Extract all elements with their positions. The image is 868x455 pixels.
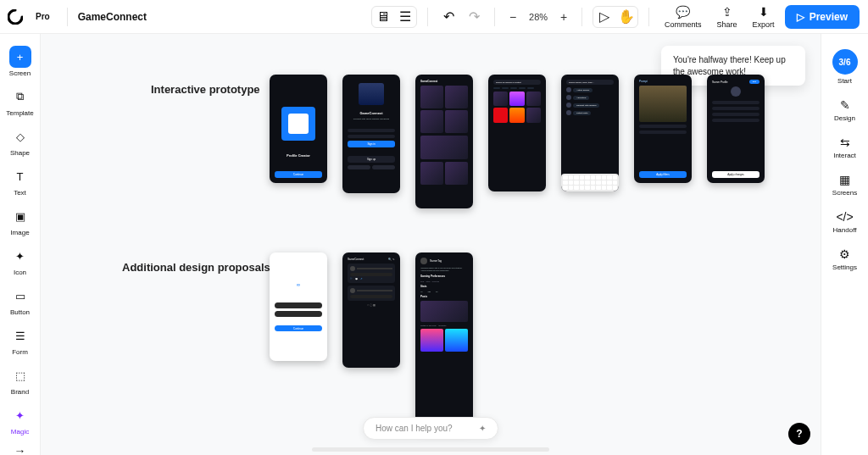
zoom-out-button[interactable]: −: [505, 9, 520, 25]
screen-subtitle: Connect with fellow gamers worldwide: [348, 118, 395, 120]
tool-screen[interactable]: +Screen: [9, 46, 31, 77]
plus-icon: +: [9, 46, 31, 68]
rail-handoff[interactable]: </>Handoff: [833, 210, 857, 234]
tool-magic[interactable]: ✦Magic: [9, 404, 31, 436]
comments-label: Comments: [665, 20, 702, 29]
rail-label: Screens: [832, 189, 857, 197]
sparkle-icon: ✦: [479, 424, 486, 433]
divider: [494, 8, 495, 26]
tool-text[interactable]: TText: [9, 165, 31, 197]
device-toggle[interactable]: 🖥 ☰: [371, 6, 417, 28]
hand-icon[interactable]: ✋: [615, 7, 637, 27]
screen-header: GameConnect: [348, 258, 364, 261]
section-label-prototype: Interactive prototype: [151, 83, 260, 96]
undo-redo-group: ↶ ↷: [438, 7, 484, 27]
divider: [648, 8, 649, 26]
gear-icon: ⚙: [839, 247, 850, 261]
screen-header: Prompt: [639, 80, 687, 83]
phone-screen-b2[interactable]: GameConnect🔍 ✎ ♡💬↗ ⌂ ◯ ▦: [342, 252, 400, 368]
tool-button[interactable]: ▭Button: [9, 285, 31, 316]
phone-screen-4[interactable]: Search for gamers or content: [488, 75, 546, 191]
phone-screen-2[interactable]: GameConnect Connect with fellow gamers w…: [342, 75, 400, 193]
preview-button[interactable]: ▷ Preview: [785, 5, 860, 29]
rail-design[interactable]: ✎Design: [834, 98, 855, 122]
tool-label: Screen: [9, 69, 31, 77]
tool-shape[interactable]: ◇Shape: [9, 125, 31, 157]
canvas[interactable]: You're halfway there! Keep up the awesom…: [41, 34, 821, 455]
desktop-icon[interactable]: 🖥: [372, 7, 394, 27]
export-label: Export: [753, 20, 775, 29]
rail-label: Design: [834, 114, 855, 122]
shape-icon: ◇: [9, 125, 31, 147]
right-rail: 3/6 Start ✎Design ⇆Interact ▦Screens </>…: [821, 34, 868, 455]
code-icon: </>: [836, 210, 853, 224]
undo-icon[interactable]: ↶: [438, 7, 459, 27]
rail-interact[interactable]: ⇆Interact: [833, 136, 856, 159]
form-icon: ☰: [9, 325, 31, 347]
horizontal-scrollbar[interactable]: [312, 447, 549, 452]
phone-screen-7[interactable]: Gamer Profile Edit Apply changes: [707, 75, 765, 183]
signin-button: Sign in: [348, 141, 395, 147]
icon-icon: ✦: [9, 245, 31, 267]
tool-icon[interactable]: ✦Icon: [9, 245, 31, 276]
list-item: Adventure: [573, 96, 589, 100]
screen-title: GameConnect: [348, 111, 395, 115]
comments-button[interactable]: 💬 Comments: [659, 5, 707, 29]
tool-brand[interactable]: ⬚Brand: [9, 364, 31, 396]
prototype-screens-row: Profile Creator Continue GameConnect Con…: [270, 75, 765, 208]
button-icon: ▭: [9, 285, 31, 307]
collapse-toolbar-button[interactable]: →: [14, 444, 26, 455]
section-title: Gaming Preferences: [420, 275, 468, 278]
phone-screen-b3[interactable]: GamerTag Hardcore gamer with a love for …: [415, 252, 473, 430]
divider: [427, 8, 428, 26]
phone-screen-3[interactable]: GameConnect: [415, 75, 473, 208]
continue-button: Continue: [275, 325, 322, 331]
ai-prompt-input[interactable]: How can I help you? ✦: [363, 417, 498, 440]
zoom-level[interactable]: 28%: [529, 12, 548, 22]
tool-form[interactable]: ☰Form: [9, 325, 31, 356]
tool-template[interactable]: ⧉Template: [6, 86, 33, 117]
rail-settings[interactable]: ⚙Settings: [832, 247, 857, 271]
start-label: Start: [837, 77, 852, 85]
continue-button: Continue: [275, 171, 322, 178]
phone-screen-6[interactable]: Prompt Apply filters: [634, 75, 692, 183]
section-title: Stats: [420, 285, 468, 288]
rail-label: Settings: [832, 264, 857, 271]
help-button[interactable]: ?: [788, 423, 810, 445]
rail-screens[interactable]: ▦Screens: [832, 173, 857, 197]
pro-badge: Pro: [29, 10, 57, 23]
topbar: Pro GameConnect 🖥 ☰ ↶ ↷ − 28% + ▷ ✋ 💬 Co…: [0, 0, 868, 34]
tool-label: Magic: [11, 428, 29, 436]
redo-icon[interactable]: ↷: [464, 7, 484, 27]
keyboard: [561, 174, 619, 191]
zoom-in-button[interactable]: +: [556, 9, 571, 25]
screen-header: GameConnect: [420, 80, 468, 83]
share-label: Share: [717, 20, 737, 29]
section-label-additional: Additional design proposals: [122, 261, 270, 274]
mobile-icon[interactable]: ☰: [394, 7, 416, 27]
phone-screen-1[interactable]: Profile Creator Continue: [270, 75, 327, 183]
play-icon: ▷: [797, 11, 804, 23]
tool-label: Button: [10, 308, 30, 316]
phone-screen-5[interactable]: Search games, users, tags… Action games …: [561, 75, 619, 191]
search-field: Search games, users, tags…: [566, 80, 614, 85]
play-icon[interactable]: ▷: [593, 7, 615, 27]
tool-label: Image: [10, 229, 29, 236]
screens-icon: ▦: [839, 173, 850, 186]
project-name[interactable]: GameConnect: [78, 11, 147, 23]
search-field: Search for gamers or content: [493, 80, 541, 85]
phone-screen-b1[interactable]: ∞ Continue: [270, 252, 327, 361]
start-progress[interactable]: 3/6 Start: [832, 49, 858, 85]
tool-label: Icon: [14, 269, 26, 276]
tool-image[interactable]: ▣Image: [9, 205, 31, 236]
image-icon: ▣: [9, 205, 31, 227]
share-button[interactable]: ⇪ Share: [712, 5, 743, 29]
export-button[interactable]: ⬇ Export: [748, 5, 780, 29]
interact-icon: ⇆: [840, 136, 850, 149]
tool-label: Text: [14, 189, 26, 197]
play-preview-group[interactable]: ▷ ✋: [593, 6, 638, 28]
rail-label: Interact: [833, 152, 856, 159]
list-item: Connect with gamers: [573, 103, 599, 108]
share-icon: ⇪: [722, 5, 732, 19]
progress-badge: 3/6: [832, 49, 858, 75]
